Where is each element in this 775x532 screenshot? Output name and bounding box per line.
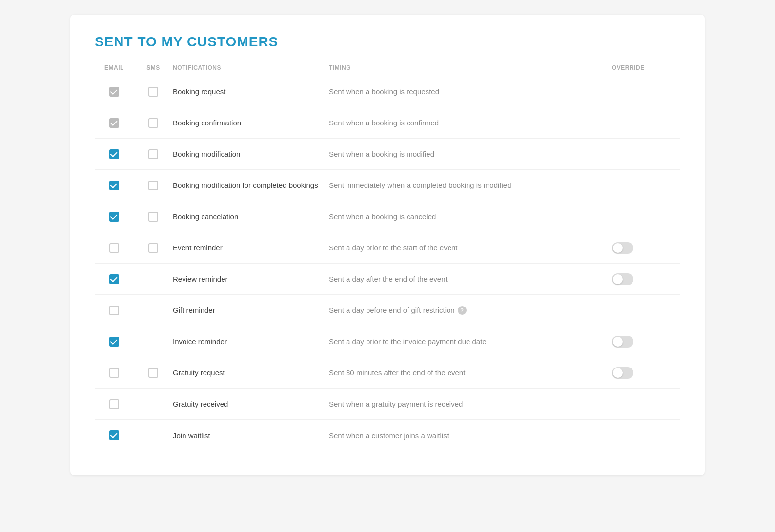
- table-header: EMAIL SMS NOTIFICATIONS TIMING OVERRIDE: [95, 64, 680, 76]
- table-row: Booking modification for completed booki…: [95, 170, 680, 201]
- table-row: Booking confirmationSent when a booking …: [95, 107, 680, 139]
- email-checkbox-gratuity-request[interactable]: [95, 368, 134, 378]
- sms-checkbox-booking-modification-completed[interactable]: [134, 181, 173, 190]
- help-icon[interactable]: ?: [458, 306, 467, 315]
- timing-booking-confirmation: Sent when a booking is confirmed: [329, 118, 612, 128]
- table-row: Booking modificationSent when a booking …: [95, 139, 680, 170]
- timing-booking-modification-completed: Sent immediately when a completed bookin…: [329, 180, 612, 190]
- notification-name-gift-reminder: Gift reminder: [173, 305, 329, 315]
- col-timing: TIMING: [329, 64, 612, 71]
- notification-name-booking-modification-completed: Booking modification for completed booki…: [173, 180, 329, 190]
- timing-gratuity-request: Sent 30 minutes after the end of the eve…: [329, 368, 612, 378]
- email-checkbox-booking-cancelation[interactable]: [95, 212, 134, 222]
- sms-checkbox-gratuity-request[interactable]: [134, 368, 173, 378]
- override-review-reminder[interactable]: [612, 273, 680, 285]
- override-gratuity-request[interactable]: [612, 367, 680, 379]
- col-email: EMAIL: [95, 64, 134, 71]
- override-event-reminder[interactable]: [612, 242, 680, 254]
- toggle-switch[interactable]: [612, 242, 633, 254]
- email-checkbox-invoice-reminder[interactable]: [95, 337, 134, 347]
- notification-name-review-reminder: Review reminder: [173, 274, 329, 284]
- table-row: Event reminderSent a day prior to the st…: [95, 232, 680, 264]
- notification-name-event-reminder: Event reminder: [173, 243, 329, 253]
- sms-checkbox-booking-cancelation[interactable]: [134, 212, 173, 222]
- col-sms: SMS: [134, 64, 173, 71]
- email-checkbox-join-waitlist[interactable]: [95, 430, 134, 440]
- notification-name-gratuity-received: Gratuity received: [173, 399, 329, 409]
- notification-name-join-waitlist: Join waitlist: [173, 430, 329, 441]
- timing-invoice-reminder: Sent a day prior to the invoice payment …: [329, 336, 612, 347]
- email-checkbox-booking-modification[interactable]: [95, 149, 134, 159]
- table-row: Booking requestSent when a booking is re…: [95, 76, 680, 107]
- email-checkbox-booking-modification-completed[interactable]: [95, 181, 134, 190]
- timing-join-waitlist: Sent when a customer joins a waitlist: [329, 430, 612, 441]
- table-row: Gift reminderSent a day before end of gi…: [95, 295, 680, 326]
- table-row: Join waitlistSent when a customer joins …: [95, 420, 680, 451]
- override-invoice-reminder[interactable]: [612, 336, 680, 348]
- main-card: SENT TO MY CUSTOMERS EMAIL SMS NOTIFICAT…: [70, 15, 705, 475]
- notification-name-gratuity-request: Gratuity request: [173, 368, 329, 378]
- email-checkbox-event-reminder[interactable]: [95, 243, 134, 253]
- email-checkbox-gift-reminder[interactable]: [95, 306, 134, 315]
- timing-booking-cancelation: Sent when a booking is canceled: [329, 211, 612, 222]
- notification-name-invoice-reminder: Invoice reminder: [173, 336, 329, 347]
- rows-container: Booking requestSent when a booking is re…: [95, 76, 680, 451]
- email-checkbox-review-reminder[interactable]: [95, 274, 134, 284]
- notification-name-booking-request: Booking request: [173, 86, 329, 97]
- notification-name-booking-cancelation: Booking cancelation: [173, 211, 329, 222]
- email-checkbox-booking-confirmation[interactable]: [95, 118, 134, 128]
- section-title: SENT TO MY CUSTOMERS: [95, 34, 680, 50]
- table-row: Invoice reminderSent a day prior to the …: [95, 326, 680, 357]
- timing-event-reminder: Sent a day prior to the start of the eve…: [329, 243, 612, 253]
- toggle-switch[interactable]: [612, 336, 633, 348]
- toggle-switch[interactable]: [612, 273, 633, 285]
- toggle-switch[interactable]: [612, 367, 633, 379]
- table-row: Review reminderSent a day after the end …: [95, 264, 680, 295]
- email-checkbox-booking-request[interactable]: [95, 87, 134, 97]
- notification-name-booking-confirmation: Booking confirmation: [173, 118, 329, 128]
- col-notifications: NOTIFICATIONS: [173, 64, 329, 71]
- timing-booking-modification: Sent when a booking is modified: [329, 149, 612, 159]
- timing-gratuity-received: Sent when a gratuity payment is received: [329, 399, 612, 409]
- table-row: Booking cancelationSent when a booking i…: [95, 201, 680, 232]
- notification-name-booking-modification: Booking modification: [173, 149, 329, 159]
- sms-checkbox-event-reminder[interactable]: [134, 243, 173, 253]
- timing-gift-reminder: Sent a day before end of gift restrictio…: [329, 305, 612, 315]
- table-row: Gratuity receivedSent when a gratuity pa…: [95, 389, 680, 420]
- sms-checkbox-booking-modification[interactable]: [134, 149, 173, 159]
- sms-checkbox-booking-request[interactable]: [134, 87, 173, 97]
- table-row: Gratuity requestSent 30 minutes after th…: [95, 357, 680, 389]
- col-override: OVERRIDE: [612, 64, 680, 71]
- timing-review-reminder: Sent a day after the end of the event: [329, 274, 612, 284]
- timing-booking-request: Sent when a booking is requested: [329, 86, 612, 97]
- email-checkbox-gratuity-received[interactable]: [95, 399, 134, 409]
- sms-checkbox-booking-confirmation[interactable]: [134, 118, 173, 128]
